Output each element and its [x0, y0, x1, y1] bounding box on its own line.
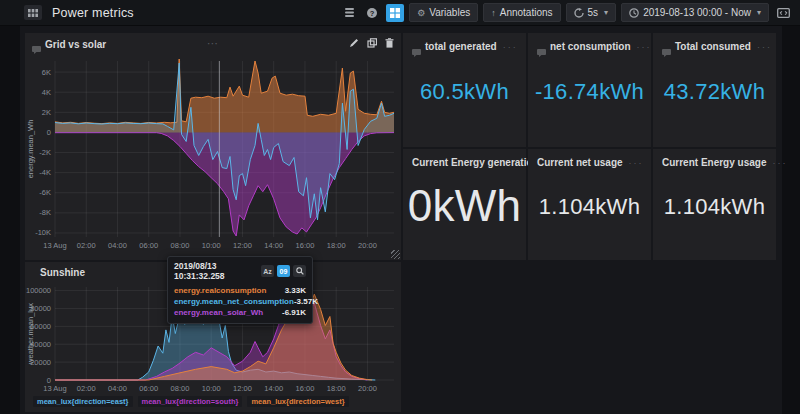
svg-text:08:00: 08:00 — [171, 241, 190, 250]
svg-text:13 Aug: 13 Aug — [43, 384, 66, 393]
stat-title: Total consumed — [675, 41, 751, 52]
tooltip-series-value: -3.57K — [294, 296, 318, 307]
svg-text:energy.mean_Wh: energy.mean_Wh — [26, 120, 35, 179]
tooltip-series-label: energy.mean_solar_Wh — [174, 307, 263, 318]
svg-text:0: 0 — [47, 128, 51, 137]
variables-button[interactable]: ⚙ Variables — [409, 3, 478, 22]
panel-header-grid-vs-solar[interactable]: Grid vs solar ⋯ — [25, 33, 401, 55]
legend-item-west[interactable]: mean_lux{direction=west} — [247, 396, 348, 407]
svg-text:02:00: 02:00 — [77, 241, 96, 250]
edit-panel-icon[interactable] — [349, 38, 359, 48]
top-navbar: Power metrics ? ⚙ Variables ↑ Annotation… — [0, 0, 800, 26]
duplicate-panel-icon[interactable] — [367, 38, 377, 48]
svg-text:-8K: -8K — [39, 208, 51, 217]
legend-item-east[interactable]: mean_lux{direction=east} — [33, 396, 133, 407]
svg-text:-10K: -10K — [35, 228, 51, 237]
panel-menu-dots[interactable]: ··· — [637, 42, 652, 52]
stat-panel-current-net-usage: Current net usage ··· 1.104kWh — [528, 149, 651, 260]
stat-value: 1.104kWh — [653, 194, 776, 220]
sort-numeric-button[interactable]: 09 — [277, 265, 290, 277]
clock-icon — [629, 8, 639, 18]
layers-icon-button[interactable] — [340, 4, 358, 22]
delete-panel-icon[interactable] — [385, 38, 394, 48]
tooltip-series-label: energy.mean_net_consumption — [174, 296, 294, 307]
svg-text:10:00: 10:00 — [202, 384, 221, 393]
help-icon: ? — [366, 7, 378, 19]
svg-text:18:00: 18:00 — [327, 241, 346, 250]
panel-menu-dots[interactable]: ··· — [757, 42, 772, 52]
legend-item-south[interactable]: mean_lux{direction=south} — [138, 396, 243, 407]
stat-title: Current net usage — [537, 157, 623, 168]
layers-icon — [344, 7, 355, 18]
stat-title: total generated — [425, 41, 497, 52]
stat-panel-total-consumed: Total consumed ··· 43.72kWh — [653, 33, 776, 147]
monitor-icon — [777, 8, 790, 18]
panel-menu-dots[interactable]: ··· — [503, 42, 518, 52]
svg-text:12:00: 12:00 — [233, 384, 252, 393]
svg-text:20:00: 20:00 — [358, 241, 377, 250]
dashboard-grid-icon-button[interactable] — [24, 5, 42, 20]
panel-title: Grid vs solar — [45, 39, 106, 50]
svg-text:100000: 100000 — [26, 286, 51, 295]
svg-text:6K: 6K — [42, 68, 51, 77]
stat-panel-current-energy-usage: Current Energy usage ··· 1.104kWh — [653, 149, 776, 260]
panel-title: Sunshine — [40, 267, 85, 278]
svg-text:04:00: 04:00 — [108, 384, 127, 393]
dashboard-title: Power metrics — [52, 6, 134, 20]
stat-title: net consumption — [550, 41, 631, 52]
add-panel-icon — [390, 8, 400, 18]
annotations-label: Annotations — [500, 7, 553, 18]
panel-drag-handle[interactable]: ⋯ — [207, 37, 219, 50]
grid-icon — [28, 9, 38, 17]
svg-text:06:00: 06:00 — [139, 384, 158, 393]
stat-value: 43.72kWh — [653, 79, 776, 105]
gear-icon: ⚙ — [417, 8, 425, 18]
arrow-up-icon: ↑ — [491, 8, 496, 18]
stat-value: -16.74kWh — [528, 79, 651, 105]
panel-menu-dots[interactable]: ··· — [629, 158, 644, 168]
chevron-down-icon: ▾ — [604, 8, 608, 17]
svg-text:-6K: -6K — [39, 188, 51, 197]
variables-label: Variables — [429, 7, 470, 18]
svg-text:?: ? — [370, 8, 375, 17]
stat-panel-net-consumption: net consumption ··· -16.74kWh — [528, 33, 651, 147]
grid-vs-solar-chart[interactable]: 6K4K2K0-2K-4K-6K-8K-10K13 Aug02:0004:000… — [25, 55, 401, 256]
sort-alpha-button[interactable]: Az — [261, 265, 274, 277]
panel-menu-dots[interactable]: ··· — [772, 158, 787, 168]
panel-info-icon — [412, 43, 421, 51]
stat-value: 60.5kWh — [403, 79, 526, 105]
svg-text:08:00: 08:00 — [171, 384, 190, 393]
tooltip-timestamp: 2019/08/13 10:31:32.258 — [174, 261, 258, 281]
tooltip-series-value: -6.91K — [282, 307, 306, 318]
stat-title: Current Energy usage — [662, 157, 766, 168]
panel-info-icon — [32, 40, 41, 48]
tooltip-series-value: 3.33K — [285, 285, 306, 296]
refresh-button[interactable]: 5s ▾ — [566, 3, 617, 22]
chart-legend: mean_lux{direction=east} mean_lux{direct… — [25, 394, 401, 407]
svg-text:10:00: 10:00 — [202, 241, 221, 250]
svg-text:16:00: 16:00 — [296, 384, 315, 393]
panel-resize-handle[interactable] — [391, 250, 400, 259]
panel-info-icon — [662, 43, 671, 51]
svg-text:20:00: 20:00 — [358, 384, 377, 393]
annotations-button[interactable]: ↑ Annotations — [483, 3, 560, 22]
add-panel-button[interactable] — [386, 4, 404, 22]
svg-text:14:00: 14:00 — [264, 241, 283, 250]
refresh-interval-label: 5s — [588, 7, 599, 18]
refresh-icon — [574, 8, 584, 18]
svg-text:04:00: 04:00 — [108, 241, 127, 250]
magnifier-button[interactable] — [293, 265, 306, 277]
svg-text:-4K: -4K — [39, 168, 51, 177]
time-range-button[interactable]: 2019-08-13 00:00 - Now ▾ — [621, 3, 769, 22]
stat-panel-total-generated: total generated ··· 60.5kWh — [403, 33, 526, 147]
panel-grid-vs-solar: Grid vs solar ⋯ 6K4K2K0-2K-4K-6K-8K-10K1… — [25, 33, 401, 260]
chart-tooltip: 2019/08/13 10:31:32.258 Az 09 energy.rea… — [167, 256, 313, 324]
stat-value: 0kWh — [403, 181, 526, 231]
svg-text:2K: 2K — [42, 108, 51, 117]
svg-text:16:00: 16:00 — [296, 241, 315, 250]
search-icon — [296, 267, 304, 275]
panel-info-icon — [537, 43, 546, 51]
help-icon-button[interactable]: ? — [363, 4, 381, 22]
svg-text:12:00: 12:00 — [233, 241, 252, 250]
kiosk-mode-button[interactable] — [774, 4, 792, 22]
